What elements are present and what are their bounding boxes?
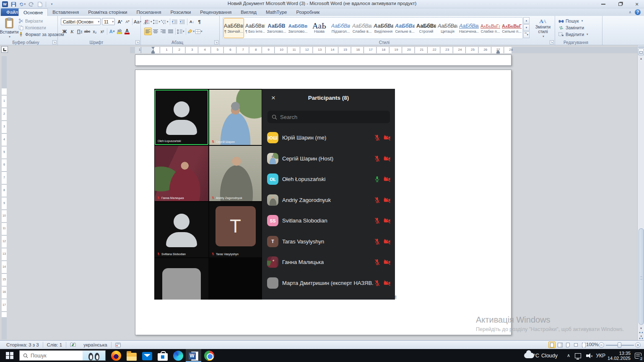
style-5[interactable]: АаБбВвПідзагол... bbox=[330, 18, 351, 38]
style-1[interactable]: АаБбВвГг,¶ Без інте... bbox=[245, 18, 265, 38]
tab-mathtype[interactable]: MathType bbox=[261, 8, 292, 16]
close-button[interactable]: × bbox=[632, 1, 641, 7]
taskbar-app-edge[interactable] bbox=[170, 349, 186, 362]
scrollbar-thumb[interactable] bbox=[639, 228, 644, 325]
font-size-select[interactable]: 11▾ bbox=[102, 18, 115, 25]
scroll-up-icon[interactable]: ▲ bbox=[638, 57, 644, 60]
participant-row[interactable]: Марта Дмитришин (експерт НАЗЯВ... bbox=[262, 273, 395, 294]
text-effects-button[interactable]: А▾ bbox=[108, 28, 116, 35]
camera-off-icon[interactable] bbox=[383, 134, 391, 141]
mic-on-icon[interactable] bbox=[374, 176, 381, 183]
taskbar-app-explorer[interactable] bbox=[124, 349, 139, 362]
style-9[interactable]: АаБбВвГг,Строгий bbox=[416, 18, 436, 38]
camera-off-icon[interactable] bbox=[383, 197, 391, 204]
volume-muted-icon[interactable]: × bbox=[586, 349, 593, 362]
participants-search[interactable] bbox=[267, 111, 390, 123]
shading-button[interactable]: ▾ bbox=[187, 28, 195, 35]
next-page-button[interactable]: ▼▼ bbox=[638, 337, 644, 340]
styles-dialog-launcher[interactable]: ↘ bbox=[550, 40, 554, 44]
outline-view-button[interactable] bbox=[572, 341, 579, 348]
editing-item-пошук[interactable]: Пошук▾ bbox=[558, 18, 583, 23]
taskbar-search[interactable] bbox=[19, 350, 106, 361]
mic-muted-icon[interactable] bbox=[374, 217, 381, 224]
strikethrough-button[interactable]: abc bbox=[83, 28, 91, 35]
change-styles-button[interactable]: АА Змінити стилі ▾ bbox=[532, 18, 554, 39]
tab-вставлення[interactable]: Вставлення bbox=[48, 8, 83, 16]
participant-row[interactable]: Andriy Zagorodnyuk bbox=[262, 190, 395, 211]
line-spacing-button[interactable]: ▾ bbox=[177, 28, 185, 35]
style-13[interactable]: АаБбВвГг,Сильне п... bbox=[501, 18, 522, 38]
taskbar-app-firefox[interactable] bbox=[108, 349, 124, 362]
superscript-button[interactable]: x² bbox=[99, 28, 106, 35]
mic-muted-icon[interactable] bbox=[374, 155, 381, 162]
align-center-button[interactable] bbox=[152, 28, 159, 35]
weather-info[interactable]: -3°CCloudy bbox=[529, 349, 558, 362]
network-icon[interactable] bbox=[575, 349, 581, 362]
search-highlight-image[interactable] bbox=[83, 351, 105, 360]
taskbar-app-mail[interactable] bbox=[139, 349, 155, 362]
document-page[interactable]: Ołeh ŁopuszańskiСергій ШаринГанна Малиць… bbox=[135, 70, 512, 335]
tab-розробник[interactable]: Розробник bbox=[291, 8, 324, 16]
clock[interactable]: 13:3514.02.2025 bbox=[608, 349, 631, 362]
clipboard-item-2[interactable]: Формат за зразком bbox=[18, 32, 64, 37]
page-indicator[interactable]: Сторінка: 3 з 3 bbox=[3, 341, 43, 349]
italic-button[interactable]: К bbox=[68, 28, 76, 35]
zoom-slider[interactable]: − + bbox=[599, 341, 641, 348]
tab-рецензування[interactable]: Рецензування bbox=[195, 8, 236, 16]
tab-вигляд[interactable]: Вигляд bbox=[236, 8, 261, 16]
video-tile[interactable]: Ołeh Łopuszański bbox=[155, 90, 208, 145]
restore-button[interactable] bbox=[615, 1, 625, 7]
print-layout-view-button[interactable] bbox=[548, 341, 556, 348]
mic-muted-icon[interactable] bbox=[374, 279, 381, 287]
notification-center-icon[interactable]: 2 bbox=[635, 349, 641, 362]
multilevel-list-button[interactable]: ▾ bbox=[161, 18, 169, 26]
left-indent-marker[interactable] bbox=[151, 52, 155, 54]
tab-основне[interactable]: Основне bbox=[18, 8, 48, 16]
tab-розсилки[interactable]: Розсилки bbox=[166, 8, 195, 16]
camera-off-icon[interactable] bbox=[383, 259, 391, 266]
style-7[interactable]: АаБбВвГгВиділення bbox=[373, 18, 394, 38]
camera-off-icon[interactable] bbox=[383, 279, 391, 287]
video-tile[interactable]: Svitlana Slobodian bbox=[155, 202, 208, 257]
font-name-select[interactable]: Calibri (Основн▾ bbox=[61, 18, 101, 25]
page-previous-bottom[interactable] bbox=[135, 54, 512, 66]
align-left-button[interactable] bbox=[144, 28, 152, 35]
video-tile[interactable]: Сергій Шарин bbox=[209, 90, 262, 145]
taskbar-app-store[interactable] bbox=[155, 349, 170, 362]
help-icon[interactable]: ? bbox=[635, 9, 641, 15]
style-0[interactable]: АаБбВвГг,¶ Звичай... bbox=[223, 18, 244, 38]
camera-off-icon[interactable] bbox=[383, 238, 391, 245]
video-tile[interactable]: Ганна Малицька bbox=[155, 146, 208, 201]
decrease-indent-button[interactable] bbox=[171, 18, 179, 26]
collapse-ribbon-icon[interactable]: ∧ bbox=[628, 10, 631, 14]
highlight-color-button[interactable]: ab bbox=[116, 28, 123, 35]
change-case-button[interactable]: Аа▾ bbox=[133, 18, 142, 26]
editing-item-замінити[interactable]: Замінити bbox=[558, 25, 584, 30]
bold-button[interactable]: Ж bbox=[61, 28, 68, 35]
mic-muted-icon[interactable] bbox=[374, 259, 381, 266]
zoom-in-icon[interactable]: + bbox=[635, 342, 641, 348]
clipboard-dialog-launcher[interactable]: ↘ bbox=[52, 40, 57, 44]
minimize-button[interactable] bbox=[599, 1, 608, 7]
proofing-status[interactable] bbox=[66, 341, 80, 349]
select-browse-object-button[interactable]: ● bbox=[638, 334, 644, 337]
participant-row[interactable]: Ганна Малицька bbox=[262, 252, 395, 273]
show-formatting-marks-button[interactable]: ¶ bbox=[196, 18, 203, 26]
styles-scroll-down-button[interactable]: ▾ bbox=[523, 24, 530, 31]
mic-muted-icon[interactable] bbox=[374, 238, 381, 245]
video-tile[interactable]: TTaras Vasylyshyn bbox=[209, 202, 262, 257]
style-8[interactable]: АаБбВвГгСильне в... bbox=[395, 18, 415, 38]
style-11[interactable]: АаБбВвГгНасичена... bbox=[459, 18, 479, 38]
taskbar-app-word[interactable] bbox=[186, 349, 201, 362]
camera-off-icon[interactable] bbox=[383, 217, 391, 224]
participant-row[interactable]: Сергій Шарин (Host) bbox=[262, 148, 395, 169]
participant-row[interactable]: SSSvitlana Slobodian bbox=[262, 210, 395, 231]
tab-посилання[interactable]: Посилання bbox=[132, 8, 166, 16]
borders-button[interactable]: ▾ bbox=[195, 28, 203, 35]
camera-off-icon[interactable] bbox=[383, 155, 391, 162]
sort-button[interactable]: А↓ bbox=[188, 18, 196, 26]
editing-item-виділити[interactable]: Виділити▾ bbox=[558, 32, 588, 37]
styles-more-button[interactable]: ▔▾ bbox=[523, 31, 530, 38]
font-dialog-launcher[interactable]: ↘ bbox=[135, 40, 140, 44]
first-line-indent-marker[interactable] bbox=[151, 47, 155, 49]
